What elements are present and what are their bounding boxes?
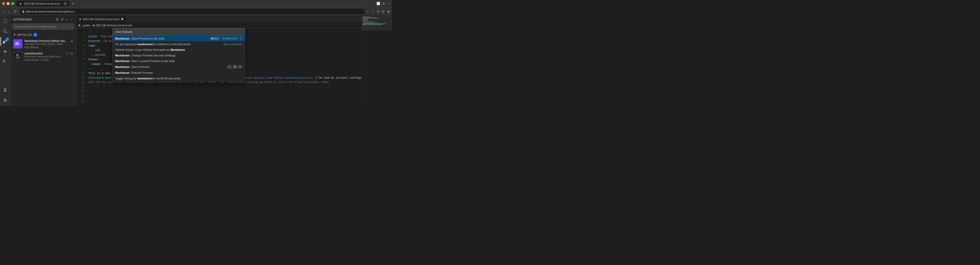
command-item-change-security[interactable]: Markdown: Change Preview Security Settin…	[113, 53, 245, 58]
extension-name-markdown-preview: Markdown Preview Github Sty...	[24, 39, 68, 42]
extension-item-markdownlint[interactable]: M↓lint markdownlint Markdown linting and…	[10, 50, 76, 63]
extensions-icon[interactable]: ⧉	[377, 10, 379, 14]
filter-icon[interactable]: ⊟	[56, 18, 59, 21]
addressbar: ‹ › ↺ 🔒 github.dev/stevemar/stevemar.git…	[0, 7, 392, 15]
minimap-content	[362, 15, 392, 27]
installed-chevron: ▼	[13, 33, 16, 36]
address-input[interactable]: 🔒 github.dev/stevemar/stevemar.github.io	[20, 9, 365, 14]
activity-explorer[interactable]	[0, 16, 10, 26]
command-palette-input[interactable]: >markdown	[113, 28, 245, 35]
bookmark-icon[interactable]: ☆	[371, 10, 374, 13]
extension-meta-markdownlint: David Anson ⏱ 55ms	[24, 59, 64, 61]
command-item-locked-preview[interactable]: Markdown: Open Locked Preview to the Sid…	[113, 58, 245, 64]
sidebar: EXTENSIONS ⊟ ↺ ≡ ⋯ Search Extensions in …	[10, 15, 76, 106]
titlebar: ◆ 2021-08-16-touch-id-as-a-se... × + ⬜ ⊞…	[0, 0, 392, 7]
breadcrumb: ▶ _posts › ◆ 2021-08-16-touch-id-as-a-se…	[76, 22, 361, 28]
tab-label: 2021-08-16-touch-id-as-a-se...	[24, 2, 62, 5]
more-options-icon[interactable]: ⋯	[387, 2, 390, 5]
refresh-icon[interactable]: ↺	[60, 18, 64, 21]
close-button[interactable]	[2, 2, 5, 5]
command-item-copy-permalink[interactable]: GitHub Issues: Copy GitHub Permalink as …	[113, 47, 245, 53]
editor-tab-active[interactable]: ◆ 2021-08-16-touch-id-as-a-sec	[76, 16, 126, 22]
extension-settings-icon-markdownlint[interactable]: ⚙	[70, 52, 73, 56]
search-icon[interactable]: ⌕	[367, 10, 369, 13]
extension-info-markdown-preview: Markdown Preview Github Sty... Changes V…	[24, 39, 68, 49]
command-item-label-7: Markdown: Refresh Preview	[115, 71, 242, 74]
new-tab-button[interactable]: +	[70, 1, 75, 6]
extension-info-btn-markdownlint[interactable]: ⓘ	[66, 52, 69, 56]
cursor	[132, 30, 132, 34]
source-control-badge: 1	[6, 37, 9, 41]
installed-section-header[interactable]: ▼ INSTALLED 2	[10, 32, 76, 38]
extension-author-markdown-preview: Matt Bierner	[24, 46, 38, 49]
file-icon: ◆	[93, 24, 95, 27]
tab-file-icon: ◆	[79, 18, 81, 21]
command-item-open-preview-side[interactable]: Markdown: Open Preview to the Side ⌘KV r…	[113, 35, 245, 42]
extension-item-markdown-preview[interactable]: M↓ Markdown Preview Github Sty... Change…	[10, 38, 76, 50]
breadcrumb-item-posts[interactable]: ▶ _posts	[79, 24, 89, 27]
minimap-panel	[361, 15, 392, 106]
minimap	[362, 15, 392, 106]
command-item-label-8: Toggle linting by markdownlint on/off (t…	[115, 77, 242, 80]
minimap-line	[363, 22, 379, 22]
layout-icon[interactable]: ⊞	[382, 2, 385, 5]
list-view-icon[interactable]: ≡	[65, 18, 68, 21]
extension-actions-markdownlint: ⓘ ⚙	[66, 52, 73, 56]
activity-settings[interactable]	[0, 96, 10, 105]
minimap-line	[363, 17, 371, 17]
activity-run[interactable]	[0, 47, 10, 56]
editor-tabs: ◆ 2021-08-16-touch-id-as-a-sec	[76, 15, 361, 22]
minimap-line	[363, 24, 386, 24]
reload-button[interactable]: ↺	[13, 9, 18, 14]
minimap-line	[363, 18, 380, 19]
installed-label: INSTALLED	[17, 33, 32, 36]
sidebar-header: EXTENSIONS ⊟ ↺ ≡ ⋯	[10, 15, 76, 22]
recently-used-label: recently used	[222, 37, 237, 40]
browser-tab-bar: ◆ 2021-08-16-touch-id-as-a-se... × +	[16, 1, 376, 6]
split-view-icon[interactable]: ⬜	[376, 2, 380, 5]
command-item-toggle-linting[interactable]: Toggle linting by markdownlint on/off (t…	[113, 75, 245, 81]
activity-bar: 1	[0, 15, 10, 106]
minimap-line	[363, 24, 383, 25]
tab-grid-icon[interactable]: ⊞	[382, 10, 385, 13]
tab-close-button[interactable]: ×	[64, 2, 67, 5]
app-body: 1 EXTENSIONS ⊟ ↺ ≡ ⋯ Search Extensions	[0, 15, 392, 106]
activity-extensions[interactable]	[0, 57, 10, 66]
minimize-button[interactable]	[6, 2, 10, 5]
command-item-open-preview[interactable]: Markdown: Open Preview ⇧ ⌘ V	[113, 64, 245, 70]
command-item-label-2: Fix all supported markdownlint violation…	[115, 43, 222, 46]
extension-name-markdownlint: markdownlint	[24, 52, 64, 55]
command-item-fix-violations[interactable]: Fix all supported markdownlint violation…	[113, 42, 245, 47]
extension-icon-markdown-preview: M↓	[13, 39, 22, 48]
activity-account[interactable]	[0, 85, 10, 94]
extension-info-markdownlint: markdownlint Markdown linting and style …	[24, 52, 64, 61]
shortcut-v: V	[238, 65, 242, 69]
browser-tab[interactable]: ◆ 2021-08-16-touch-id-as-a-se... ×	[16, 1, 70, 6]
titlebar-actions: ⬜ ⊞ ⋯	[376, 2, 390, 5]
forward-button[interactable]: ›	[7, 9, 11, 14]
minimap-line	[363, 23, 374, 23]
shortcut-shift: ⇧	[227, 65, 232, 69]
extension-time-markdownlint: ⏱ 55ms	[40, 59, 49, 61]
more-icon[interactable]: ⋯	[69, 18, 73, 21]
back-button[interactable]: ‹	[2, 9, 5, 14]
breadcrumb-item-file[interactable]: ◆ 2021-08-16-touch-id-as-a-sec	[93, 24, 132, 27]
maximize-button[interactable]	[11, 2, 14, 5]
minimap-line	[363, 21, 368, 21]
activity-source-control[interactable]: 1	[0, 37, 10, 46]
command-palette-results: Markdown: Open Preview to the Side ⌘KV r…	[113, 35, 245, 81]
addressbar-actions: ⌕ ☆ ⧉ ⊞ ◉	[367, 10, 390, 14]
breadcrumb-separator: ›	[91, 24, 92, 27]
editor-tab-label: 2021-08-16-touch-id-as-a-sec	[83, 18, 120, 21]
extension-settings-icon-markdown-preview[interactable]: ⚙	[70, 39, 73, 43]
search-extensions-input[interactable]: Search Extensions in Marketplace	[12, 24, 74, 30]
other-commands-label: other commands	[223, 43, 242, 46]
installed-header-left: ▼ INSTALLED 2	[13, 33, 37, 37]
command-item-label-3: GitHub Issues: Copy GitHub Permalink as …	[115, 48, 242, 51]
command-palette[interactable]: >markdown Markdown: Open Preview to the …	[112, 28, 245, 81]
avatar-icon[interactable]: ◉	[387, 10, 390, 13]
command-item-gear-icon-1[interactable]: ⚙	[240, 37, 242, 40]
command-item-refresh-preview[interactable]: Markdown: Refresh Preview	[113, 70, 245, 75]
activity-search[interactable]	[0, 27, 10, 36]
folder-icon: ▶	[79, 24, 81, 27]
